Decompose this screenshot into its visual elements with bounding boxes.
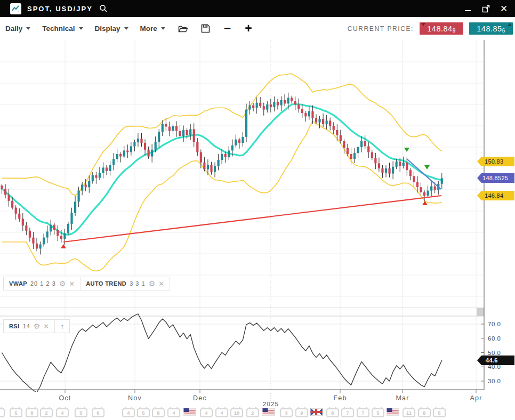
svg-text:44.6: 44.6 <box>486 357 498 364</box>
candle <box>329 120 331 126</box>
event-calendar-icon[interactable]: 4 <box>215 408 228 417</box>
candle <box>340 135 342 141</box>
candle <box>172 126 174 131</box>
candle <box>186 130 188 135</box>
candle <box>343 141 345 148</box>
event-calendar-icon[interactable]: 8 <box>152 408 165 417</box>
candle <box>388 168 390 174</box>
event-calendar-icon[interactable]: 10 <box>230 408 243 417</box>
candle <box>165 124 167 127</box>
event-calendar-icon[interactable]: 3 <box>280 408 293 417</box>
event-calendar-icon[interactable]: 11 <box>403 408 415 417</box>
candle <box>22 219 24 225</box>
candle <box>266 104 268 110</box>
event-flag-us-icon[interactable] <box>184 408 196 416</box>
event-calendar-icon[interactable]: 2 <box>40 408 53 417</box>
price-chart[interactable]: 70.060.050.040.030.0OctNovDec2025FebMarA… <box>0 0 515 420</box>
candle <box>409 170 412 176</box>
gear-icon[interactable]: ⚙ <box>149 280 156 287</box>
candle <box>374 158 376 164</box>
candle <box>126 150 128 152</box>
candle <box>333 126 335 130</box>
event-calendar-icon[interactable]: 5 <box>10 408 22 417</box>
candle <box>256 103 258 108</box>
axis-value-badge: 146.84 <box>477 191 514 200</box>
candle <box>81 184 83 190</box>
candle <box>182 130 184 136</box>
event-calendar-icon[interactable]: 5 <box>75 408 87 417</box>
candle <box>430 187 432 191</box>
close-icon[interactable]: ✕ <box>158 280 164 287</box>
event-calendar-icon[interactable]: 6 <box>92 408 104 417</box>
event-flag-uk-icon[interactable] <box>311 408 323 416</box>
candle <box>148 150 150 157</box>
candle <box>242 137 244 143</box>
candle <box>315 118 317 123</box>
event-calendar-icon[interactable]: 4 <box>167 408 180 417</box>
candle <box>210 165 212 172</box>
candle <box>224 154 227 157</box>
event-flag-us-icon[interactable] <box>263 408 275 416</box>
candle <box>413 176 415 182</box>
candle <box>350 154 352 159</box>
candle <box>123 150 125 156</box>
candle <box>106 167 108 171</box>
candle <box>95 175 97 178</box>
event-calendar-icon[interactable]: 5 <box>137 408 150 417</box>
svg-text:70.0: 70.0 <box>488 321 501 327</box>
candle <box>311 111 313 118</box>
candle <box>371 152 373 158</box>
candle <box>70 213 73 224</box>
event-calendar-icon[interactable]: 2 <box>246 408 259 417</box>
candle <box>297 104 300 109</box>
candle <box>109 165 111 171</box>
candle <box>18 214 20 219</box>
event-calendar-icon[interactable]: 4 <box>56 408 69 417</box>
arrow-up-icon[interactable]: ↑ <box>60 322 64 330</box>
svg-text:30.0: 30.0 <box>488 378 501 384</box>
gear-icon[interactable]: ⚙ <box>34 322 41 330</box>
event-calendar-icon[interactable]: 4 <box>200 408 213 417</box>
candle <box>218 160 220 166</box>
rsi-legend: RSI 14 ⚙ ✕ ↑ <box>3 319 70 333</box>
event-calendar-icon[interactable]: 4 <box>0 408 5 417</box>
month-label: Apr <box>470 394 482 402</box>
close-icon[interactable]: ✕ <box>43 323 49 330</box>
event-calendar-icon[interactable]: 7 <box>341 408 354 417</box>
candle <box>399 161 401 166</box>
candle <box>196 142 198 152</box>
candle <box>273 102 275 107</box>
candle <box>203 163 205 169</box>
candle <box>200 152 202 163</box>
candle <box>294 101 296 104</box>
gear-icon[interactable]: ⚙ <box>59 280 66 287</box>
event-calendar-icon[interactable]: 4 <box>122 408 135 417</box>
event-flag-us-icon[interactable] <box>387 408 399 416</box>
candle <box>259 103 261 106</box>
candle <box>252 106 254 108</box>
candle <box>231 146 234 151</box>
candle <box>39 244 41 248</box>
month-label: Feb <box>333 394 347 402</box>
month-label: Oct <box>59 394 71 402</box>
event-calendar-icon[interactable]: 9 <box>295 408 308 417</box>
event-calendar-icon[interactable]: 8 <box>418 408 431 417</box>
candle <box>347 148 349 154</box>
event-calendar-row: 45824564584441023967751185 <box>0 407 515 420</box>
candle <box>29 231 31 238</box>
event-calendar-icon[interactable]: 6 <box>326 408 339 417</box>
candle <box>396 161 398 167</box>
svg-text:60.0: 60.0 <box>488 335 501 342</box>
event-calendar-icon[interactable]: 8 <box>26 408 38 417</box>
event-calendar-icon[interactable]: 7 <box>357 408 369 417</box>
event-calendar-icon[interactable]: 5 <box>372 408 384 417</box>
candle <box>221 154 223 160</box>
close-icon[interactable]: ✕ <box>69 280 75 287</box>
candle <box>416 182 419 188</box>
candle <box>92 175 94 181</box>
svg-text:146.84: 146.84 <box>485 192 503 199</box>
candle <box>63 233 66 239</box>
event-calendar-icon[interactable]: 5 <box>433 408 446 417</box>
candle <box>280 100 282 106</box>
candle <box>119 154 122 157</box>
